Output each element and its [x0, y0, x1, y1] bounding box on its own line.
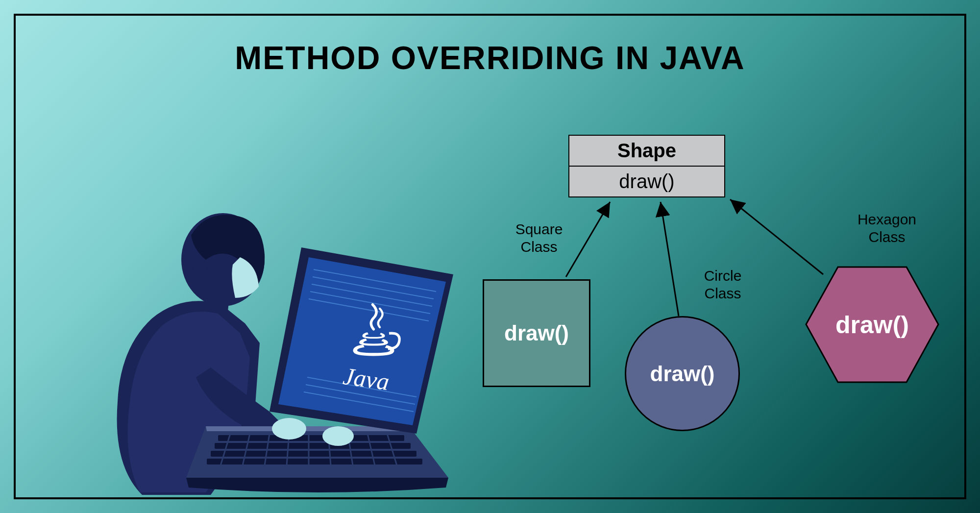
circle-subclass: draw() [625, 316, 740, 431]
square-method: draw() [504, 321, 569, 345]
diagram-title: METHOD OVERRIDING IN JAVA [0, 39, 980, 76]
hexagon-method: draw() [835, 311, 909, 339]
circle-method: draw() [650, 362, 715, 386]
uml-parent-class: Shape draw() [568, 135, 725, 197]
hexagon-subclass: draw() [804, 265, 941, 385]
svg-rect-5 [207, 459, 422, 464]
hexagon-class-label: Hexagon Class [850, 211, 924, 246]
svg-rect-4 [211, 451, 416, 457]
uml-method: draw() [569, 167, 724, 196]
square-class-label: Square Class [507, 220, 571, 256]
uml-class-name: Shape [569, 136, 724, 167]
svg-rect-2 [218, 435, 404, 441]
svg-point-1 [192, 259, 208, 280]
square-subclass: draw() [483, 279, 590, 387]
svg-point-24 [322, 426, 354, 446]
svg-point-23 [272, 418, 306, 440]
svg-rect-3 [215, 443, 411, 449]
person-illustration: Java [83, 191, 456, 505]
circle-class-label: Circle Class [693, 267, 752, 302]
